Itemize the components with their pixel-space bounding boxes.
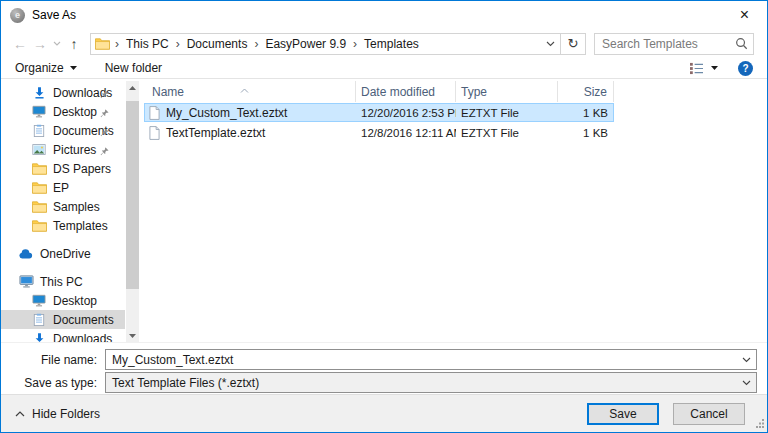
sidebar-item-pc-documents[interactable]: Documents	[1, 310, 125, 329]
up-button[interactable]: ↑	[63, 35, 85, 53]
sidebar-item-downloads[interactable]: Downloads	[1, 83, 125, 102]
file-name: TextTemplate.eztxt	[166, 126, 265, 140]
sidebar-item-onedrive[interactable]: OneDrive	[1, 244, 125, 263]
file-name-input[interactable]	[106, 353, 736, 367]
breadcrumb-templates[interactable]: Templates	[362, 36, 421, 52]
change-view-button[interactable]	[689, 62, 718, 75]
file-date: 12/20/2016 2:53 PM	[356, 107, 456, 119]
close-icon: ×	[740, 6, 749, 24]
organize-label: Organize	[15, 61, 64, 75]
pin-icon	[100, 126, 109, 140]
breadcrumb-separator: ›	[171, 37, 185, 51]
save-as-dialog: e Save As × ← → ↑ › This PC › Documents	[0, 0, 768, 433]
file-name: My_Custom_Text.eztxt	[166, 106, 287, 120]
sort-ascending-icon	[240, 82, 249, 96]
breadcrumb-separator: ›	[348, 37, 362, 51]
sidebar-item-this-pc[interactable]: This PC	[1, 272, 125, 291]
filename-section: File name: Save as type: Text Template F…	[1, 342, 767, 394]
pin-icon	[100, 107, 109, 121]
new-folder-button[interactable]: New folder	[105, 61, 162, 75]
navigation-pane: Downloads Desktop Documents Pictures DS	[1, 79, 142, 342]
chevron-down-icon	[736, 380, 756, 386]
help-icon: ?	[742, 63, 748, 74]
sidebar-item-templates[interactable]: Templates	[1, 216, 125, 235]
breadcrumb-this-pc[interactable]: This PC	[124, 36, 171, 52]
breadcrumb-documents[interactable]: Documents	[185, 36, 250, 52]
save-as-type-select[interactable]: Text Template Files (*.eztxt)	[105, 372, 757, 393]
pin-icon	[100, 145, 109, 159]
download-icon	[31, 332, 47, 343]
computer-icon	[18, 275, 34, 288]
sidebar-item-samples[interactable]: Samples	[1, 197, 125, 216]
chevron-down-icon[interactable]	[736, 357, 756, 363]
scroll-up-icon[interactable]	[126, 81, 139, 94]
search-icon[interactable]	[729, 37, 753, 50]
save-button[interactable]: Save	[587, 403, 659, 425]
chevron-down-icon	[53, 41, 61, 46]
back-arrow-icon: ←	[13, 36, 27, 52]
sidebar-scrollbar[interactable]	[126, 81, 139, 342]
file-type: EZTXT File	[456, 127, 558, 139]
scroll-down-icon[interactable]	[126, 329, 139, 342]
file-type: EZTXT File	[456, 107, 558, 119]
breadcrumb-separator: ›	[110, 37, 124, 51]
pictures-icon	[31, 144, 47, 155]
sidebar-item-ds-papers[interactable]: DS Papers	[1, 159, 125, 178]
search-box	[594, 33, 754, 55]
document-icon	[31, 313, 47, 327]
hide-folders-button[interactable]: Hide Folders	[15, 407, 100, 421]
save-as-type-row: Save as type: Text Template Files (*.ezt…	[1, 372, 767, 393]
folder-icon	[95, 37, 110, 50]
sidebar-item-pc-downloads[interactable]: Downloads	[1, 329, 125, 342]
document-icon	[31, 124, 47, 138]
folder-icon	[31, 181, 47, 194]
file-row[interactable]: TextTemplate.eztxt 12/8/2016 12:11 AM EZ…	[144, 123, 614, 142]
breadcrumb-easypower[interactable]: EasyPower 9.9	[263, 36, 348, 52]
refresh-button[interactable]: ↻	[560, 34, 585, 54]
new-folder-label: New folder	[105, 61, 162, 75]
sidebar-item-documents[interactable]: Documents	[1, 121, 125, 140]
file-list: Name Date modified Type Size My_C	[142, 79, 767, 342]
sidebar-item-pictures[interactable]: Pictures	[1, 140, 125, 159]
address-dropdown-button[interactable]	[540, 41, 560, 47]
cancel-button[interactable]: Cancel	[673, 403, 745, 425]
close-button[interactable]: ×	[722, 1, 767, 29]
desktop-icon	[31, 294, 47, 307]
window-title: Save As	[32, 8, 76, 22]
scrollbar-thumb[interactable]	[126, 101, 139, 289]
file-icon	[149, 126, 160, 140]
folder-icon	[31, 219, 47, 232]
main-area: Downloads Desktop Documents Pictures DS	[1, 79, 767, 342]
organize-button[interactable]: Organize	[15, 61, 77, 75]
file-row-selected[interactable]: My_Custom_Text.eztxt 12/20/2016 2:53 PM …	[144, 103, 614, 122]
forward-button[interactable]: →	[30, 35, 50, 53]
sidebar-item-ep[interactable]: EP	[1, 178, 125, 197]
pin-icon	[100, 88, 109, 102]
footer-bar: Hide Folders Save Cancel	[1, 394, 767, 433]
breadcrumb-separator: ›	[249, 37, 263, 51]
file-name-combo	[105, 349, 757, 370]
caret-down-icon	[70, 66, 77, 70]
download-icon	[31, 86, 47, 100]
recent-locations-button[interactable]	[50, 35, 63, 53]
folder-icon	[31, 200, 47, 213]
hide-folders-label: Hide Folders	[32, 407, 100, 421]
resize-grip[interactable]	[756, 417, 765, 431]
file-date: 12/8/2016 12:11 AM	[356, 127, 456, 139]
column-header-name[interactable]: Name	[144, 81, 356, 102]
column-header-size[interactable]: Size	[558, 81, 614, 102]
details-view-icon	[689, 62, 704, 75]
save-as-type-label: Save as type:	[1, 376, 105, 390]
address-bar[interactable]: › This PC › Documents › EasyPower 9.9 › …	[90, 33, 586, 55]
folder-icon	[31, 162, 47, 175]
sidebar-item-desktop[interactable]: Desktop	[1, 102, 125, 121]
onedrive-cloud-icon	[18, 249, 34, 259]
sidebar-item-pc-desktop[interactable]: Desktop	[1, 291, 125, 310]
back-button[interactable]: ←	[10, 35, 30, 53]
chevron-up-icon	[15, 411, 25, 417]
column-header-date-modified[interactable]: Date modified	[356, 81, 456, 102]
save-as-type-value: Text Template Files (*.eztxt)	[106, 376, 736, 390]
help-button[interactable]: ?	[738, 61, 753, 76]
search-input[interactable]	[595, 37, 729, 51]
column-header-type[interactable]: Type	[456, 81, 558, 102]
